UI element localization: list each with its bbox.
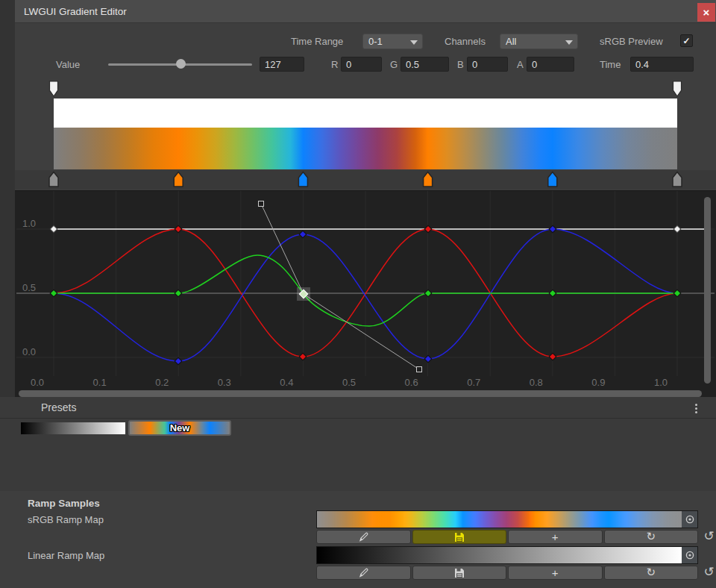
svg-text:1.0: 1.0 — [654, 377, 668, 388]
presets-header: Presets — [0, 397, 716, 419]
vertical-scrollbar[interactable] — [704, 197, 711, 384]
svg-text:0.5: 0.5 — [342, 377, 356, 388]
save-button[interactable] — [412, 566, 507, 580]
pencil-icon — [358, 567, 369, 578]
undo-button[interactable]: ↺ — [702, 529, 716, 543]
srgb-preview-checkbox[interactable]: ✓ — [680, 34, 693, 47]
plus-icon: + — [552, 531, 559, 542]
srgb-ramp-object-field[interactable] — [316, 510, 698, 528]
curve-canvas[interactable]: 0.00.10.20.30.40.50.60.70.80.91.01.00.50… — [15, 191, 716, 398]
svg-text:0.6: 0.6 — [405, 377, 418, 388]
time-field[interactable]: 0.4 — [630, 57, 694, 72]
edit-button[interactable] — [316, 530, 411, 544]
time-range-dropdown[interactable]: 0-1 — [362, 34, 423, 49]
checkmark-icon: ✓ — [682, 36, 690, 46]
curve-axis-labels: 0.00.10.20.30.40.50.60.70.80.91.01.00.50… — [22, 218, 668, 388]
editor-margin — [0, 0, 15, 397]
window-title: LWGUI Gradient Editor — [15, 6, 127, 17]
linear-ramp-preview[interactable] — [317, 547, 682, 563]
add-button[interactable]: + — [508, 530, 603, 544]
titlebar[interactable]: LWGUI Gradient Editor × — [15, 0, 716, 23]
add-button[interactable]: + — [508, 566, 603, 580]
time-range-label: Time Range — [291, 36, 343, 47]
object-picker-zone[interactable] — [682, 547, 697, 563]
presets-section: Presets New — [0, 397, 716, 491]
channels-label: Channels — [445, 36, 486, 47]
save-button[interactable] — [412, 530, 507, 544]
svg-text:1.0: 1.0 — [22, 218, 36, 229]
ramp-samples-title: Ramp Samples — [28, 498, 100, 509]
toolbar-row: Time Range 0-1 Channels All sRGB Preview… — [15, 34, 716, 49]
object-picker-zone[interactable] — [682, 511, 697, 528]
undo-button[interactable]: ↺ — [702, 565, 716, 579]
gradient-editor-window: LWGUI Gradient Editor × Time Range 0-1 C… — [0, 0, 716, 588]
a-label: A — [517, 59, 524, 70]
pencil-icon — [358, 531, 369, 542]
kebab-menu-icon[interactable] — [691, 402, 701, 414]
b-field[interactable]: 0 — [467, 57, 508, 72]
plus-icon: + — [552, 567, 559, 578]
svg-text:0.9: 0.9 — [591, 377, 605, 388]
refresh-icon: ↻ — [646, 567, 656, 578]
horizontal-scrollbar[interactable] — [19, 390, 702, 397]
srgb-ramp-buttons: + ↻ — [316, 530, 698, 544]
r-label: R — [331, 59, 338, 70]
channels-value: All — [506, 36, 516, 47]
b-label: B — [457, 59, 464, 70]
a-field-text: 0 — [532, 59, 537, 70]
svg-text:0.8: 0.8 — [530, 377, 543, 388]
color-marker-strip[interactable] — [15, 170, 716, 190]
undo-icon: ↺ — [703, 528, 714, 543]
svg-text:0.4: 0.4 — [280, 377, 293, 388]
chevron-down-icon — [410, 40, 418, 45]
svg-text:0.7: 0.7 — [467, 377, 480, 388]
svg-text:0.5: 0.5 — [22, 282, 36, 293]
value-label: Value — [56, 59, 80, 70]
linear-ramp-buttons: + ↻ — [316, 566, 698, 580]
refresh-icon: ↻ — [646, 531, 656, 542]
object-picker-icon — [685, 550, 695, 560]
svg-text:0.3: 0.3 — [218, 377, 231, 388]
g-label: G — [390, 59, 398, 70]
channels-dropdown[interactable]: All — [500, 34, 578, 49]
close-icon: × — [703, 6, 710, 19]
time-field-text: 0.4 — [635, 59, 649, 70]
srgb-ramp-label: sRGB Ramp Map — [28, 514, 104, 525]
svg-text:0.0: 0.0 — [31, 377, 44, 388]
ramp-samples-section: Ramp Samples sRGB Ramp Map — [0, 491, 716, 588]
time-label: Time — [600, 59, 621, 70]
srgb-ramp-preview[interactable] — [317, 511, 682, 528]
b-field-text: 0 — [472, 59, 477, 70]
value-row: Value 127 R 0 G 0.5 B 0 A 0 Time 0.4 — [15, 57, 716, 72]
time-range-value: 0-1 — [368, 36, 383, 47]
gradient-color-preview[interactable] — [54, 128, 677, 169]
gradient-alpha-preview[interactable] — [54, 98, 677, 128]
r-field[interactable]: 0 — [341, 57, 382, 72]
preset-name: New — [170, 422, 190, 434]
g-field-text: 0.5 — [406, 59, 419, 70]
preset-swatch-new[interactable]: New — [128, 420, 231, 436]
value-field-text: 127 — [265, 59, 281, 70]
value-field[interactable]: 127 — [260, 57, 304, 72]
linear-ramp-object-field[interactable] — [316, 546, 698, 564]
linear-ramp-label: Linear Ramp Map — [28, 550, 104, 561]
refresh-button[interactable]: ↻ — [604, 566, 699, 580]
refresh-button[interactable]: ↻ — [604, 530, 699, 544]
preset-swatch-grayscale[interactable] — [21, 422, 125, 434]
srgb-preview-label: sRGB Preview — [600, 36, 663, 47]
presets-title: Presets — [41, 401, 76, 413]
floppy-disk-icon — [454, 532, 465, 542]
value-slider-thumb[interactable] — [176, 59, 186, 69]
object-picker-icon — [685, 514, 695, 525]
svg-text:0.1: 0.1 — [93, 377, 107, 388]
curve-grid — [16, 191, 715, 376]
close-button[interactable]: × — [697, 3, 715, 22]
svg-text:0.0: 0.0 — [22, 346, 36, 357]
a-field[interactable]: 0 — [527, 57, 574, 72]
alpha-marker-strip[interactable] — [15, 81, 716, 98]
r-field-text: 0 — [346, 59, 351, 70]
svg-text:0.2: 0.2 — [155, 377, 169, 388]
curve-editor[interactable]: 0.00.10.20.30.40.50.60.70.80.91.01.00.50… — [15, 190, 716, 398]
g-field[interactable]: 0.5 — [401, 57, 449, 72]
edit-button[interactable] — [316, 566, 411, 580]
